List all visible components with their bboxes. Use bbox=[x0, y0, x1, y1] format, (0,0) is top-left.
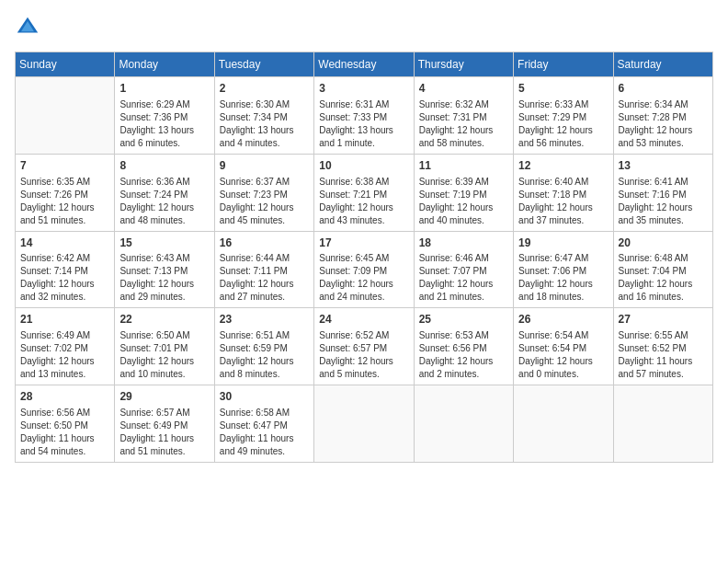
cell-content: Sunrise: 6:46 AM Sunset: 7:07 PM Dayligh… bbox=[419, 252, 508, 304]
day-number: 10 bbox=[319, 158, 408, 174]
calendar-cell bbox=[414, 385, 513, 463]
cell-content: Sunrise: 6:35 AM Sunset: 7:26 PM Dayligh… bbox=[20, 176, 109, 227]
cell-content: Sunrise: 6:53 AM Sunset: 6:56 PM Dayligh… bbox=[419, 329, 508, 381]
calendar-cell: 13Sunrise: 6:41 AM Sunset: 7:16 PM Dayli… bbox=[613, 154, 712, 231]
calendar-cell: 3Sunrise: 6:31 AM Sunset: 7:33 PM Daylig… bbox=[314, 77, 414, 155]
day-header-monday: Monday bbox=[115, 52, 214, 77]
day-number: 19 bbox=[518, 236, 608, 251]
day-number: 25 bbox=[419, 312, 508, 327]
day-number: 4 bbox=[419, 81, 508, 97]
cell-content: Sunrise: 6:42 AM Sunset: 7:14 PM Dayligh… bbox=[20, 252, 109, 304]
day-number: 22 bbox=[119, 312, 209, 327]
day-number: 2 bbox=[220, 81, 309, 97]
calendar-cell: 17Sunrise: 6:45 AM Sunset: 7:09 PM Dayli… bbox=[314, 231, 414, 308]
cell-content: Sunrise: 6:38 AM Sunset: 7:21 PM Dayligh… bbox=[319, 176, 408, 227]
day-number: 17 bbox=[319, 236, 408, 251]
cell-content: Sunrise: 6:31 AM Sunset: 7:33 PM Dayligh… bbox=[319, 98, 408, 150]
calendar-cell: 1Sunrise: 6:29 AM Sunset: 7:36 PM Daylig… bbox=[115, 77, 214, 155]
page-header bbox=[15, 15, 713, 40]
calendar-cell: 29Sunrise: 6:57 AM Sunset: 6:49 PM Dayli… bbox=[115, 385, 214, 463]
day-number: 18 bbox=[419, 236, 508, 251]
calendar-cell: 26Sunrise: 6:54 AM Sunset: 6:54 PM Dayli… bbox=[514, 308, 613, 385]
day-number: 5 bbox=[518, 81, 608, 97]
day-number: 3 bbox=[319, 81, 408, 97]
day-number: 16 bbox=[220, 236, 309, 251]
calendar-cell: 24Sunrise: 6:52 AM Sunset: 6:57 PM Dayli… bbox=[314, 308, 414, 385]
cell-content: Sunrise: 6:30 AM Sunset: 7:34 PM Dayligh… bbox=[220, 98, 309, 150]
day-number: 1 bbox=[119, 81, 209, 97]
calendar-cell: 12Sunrise: 6:40 AM Sunset: 7:18 PM Dayli… bbox=[514, 154, 613, 231]
calendar-cell: 6Sunrise: 6:34 AM Sunset: 7:28 PM Daylig… bbox=[613, 77, 712, 155]
cell-content: Sunrise: 6:41 AM Sunset: 7:16 PM Dayligh… bbox=[619, 176, 708, 227]
calendar-week-row: 7Sunrise: 6:35 AM Sunset: 7:26 PM Daylig… bbox=[16, 154, 713, 231]
cell-content: Sunrise: 6:33 AM Sunset: 7:29 PM Dayligh… bbox=[518, 98, 608, 150]
day-number: 27 bbox=[619, 312, 708, 327]
cell-content: Sunrise: 6:44 AM Sunset: 7:11 PM Dayligh… bbox=[220, 252, 309, 304]
calendar-week-row: 1Sunrise: 6:29 AM Sunset: 7:36 PM Daylig… bbox=[16, 77, 713, 155]
calendar-cell: 11Sunrise: 6:39 AM Sunset: 7:19 PM Dayli… bbox=[414, 154, 513, 231]
day-number: 21 bbox=[20, 312, 109, 327]
logo-icon bbox=[15, 15, 40, 40]
day-number: 11 bbox=[419, 158, 508, 174]
calendar-cell bbox=[314, 385, 414, 463]
day-number: 9 bbox=[220, 158, 309, 174]
day-number: 7 bbox=[20, 158, 109, 174]
cell-content: Sunrise: 6:39 AM Sunset: 7:19 PM Dayligh… bbox=[419, 176, 508, 227]
calendar-cell: 2Sunrise: 6:30 AM Sunset: 7:34 PM Daylig… bbox=[214, 77, 313, 155]
cell-content: Sunrise: 6:32 AM Sunset: 7:31 PM Dayligh… bbox=[419, 98, 508, 150]
day-header-thursday: Thursday bbox=[414, 52, 513, 77]
day-number: 12 bbox=[518, 158, 608, 174]
cell-content: Sunrise: 6:43 AM Sunset: 7:13 PM Dayligh… bbox=[119, 252, 209, 304]
calendar-cell: 28Sunrise: 6:56 AM Sunset: 6:50 PM Dayli… bbox=[16, 385, 115, 463]
cell-content: Sunrise: 6:56 AM Sunset: 6:50 PM Dayligh… bbox=[20, 407, 109, 458]
day-header-sunday: Sunday bbox=[16, 52, 115, 77]
calendar-week-row: 14Sunrise: 6:42 AM Sunset: 7:14 PM Dayli… bbox=[16, 231, 713, 308]
calendar-cell: 25Sunrise: 6:53 AM Sunset: 6:56 PM Dayli… bbox=[414, 308, 513, 385]
cell-content: Sunrise: 6:57 AM Sunset: 6:49 PM Dayligh… bbox=[119, 407, 209, 458]
cell-content: Sunrise: 6:50 AM Sunset: 7:01 PM Dayligh… bbox=[119, 329, 209, 381]
calendar-cell: 19Sunrise: 6:47 AM Sunset: 7:06 PM Dayli… bbox=[514, 231, 613, 308]
cell-content: Sunrise: 6:51 AM Sunset: 6:59 PM Dayligh… bbox=[220, 329, 309, 381]
calendar-cell bbox=[16, 77, 115, 155]
day-number: 8 bbox=[119, 158, 209, 174]
cell-content: Sunrise: 6:45 AM Sunset: 7:09 PM Dayligh… bbox=[319, 252, 408, 304]
day-number: 28 bbox=[20, 389, 109, 405]
calendar-cell: 14Sunrise: 6:42 AM Sunset: 7:14 PM Dayli… bbox=[16, 231, 115, 308]
cell-content: Sunrise: 6:48 AM Sunset: 7:04 PM Dayligh… bbox=[619, 252, 708, 304]
calendar-cell: 16Sunrise: 6:44 AM Sunset: 7:11 PM Dayli… bbox=[214, 231, 313, 308]
cell-content: Sunrise: 6:58 AM Sunset: 6:47 PM Dayligh… bbox=[220, 407, 309, 458]
calendar-cell: 10Sunrise: 6:38 AM Sunset: 7:21 PM Dayli… bbox=[314, 154, 414, 231]
cell-content: Sunrise: 6:52 AM Sunset: 6:57 PM Dayligh… bbox=[319, 329, 408, 381]
calendar-week-row: 21Sunrise: 6:49 AM Sunset: 7:02 PM Dayli… bbox=[16, 308, 713, 385]
cell-content: Sunrise: 6:49 AM Sunset: 7:02 PM Dayligh… bbox=[20, 329, 109, 381]
day-number: 24 bbox=[319, 312, 408, 327]
calendar-cell: 5Sunrise: 6:33 AM Sunset: 7:29 PM Daylig… bbox=[514, 77, 613, 155]
calendar-cell: 4Sunrise: 6:32 AM Sunset: 7:31 PM Daylig… bbox=[414, 77, 513, 155]
day-header-wednesday: Wednesday bbox=[314, 52, 414, 77]
calendar-cell: 23Sunrise: 6:51 AM Sunset: 6:59 PM Dayli… bbox=[214, 308, 313, 385]
cell-content: Sunrise: 6:36 AM Sunset: 7:24 PM Dayligh… bbox=[119, 176, 209, 227]
day-header-friday: Friday bbox=[514, 52, 613, 77]
calendar-cell bbox=[514, 385, 613, 463]
cell-content: Sunrise: 6:34 AM Sunset: 7:28 PM Dayligh… bbox=[619, 98, 708, 150]
day-number: 14 bbox=[20, 236, 109, 251]
day-header-saturday: Saturday bbox=[613, 52, 712, 77]
day-number: 6 bbox=[619, 81, 708, 97]
day-number: 30 bbox=[220, 389, 309, 405]
calendar-week-row: 28Sunrise: 6:56 AM Sunset: 6:50 PM Dayli… bbox=[16, 385, 713, 463]
cell-content: Sunrise: 6:47 AM Sunset: 7:06 PM Dayligh… bbox=[518, 252, 608, 304]
calendar-header-row: SundayMondayTuesdayWednesdayThursdayFrid… bbox=[16, 52, 713, 77]
day-number: 26 bbox=[518, 312, 608, 327]
day-number: 13 bbox=[619, 158, 708, 174]
cell-content: Sunrise: 6:54 AM Sunset: 6:54 PM Dayligh… bbox=[518, 329, 608, 381]
day-number: 29 bbox=[119, 389, 209, 405]
cell-content: Sunrise: 6:40 AM Sunset: 7:18 PM Dayligh… bbox=[518, 176, 608, 227]
calendar-cell: 8Sunrise: 6:36 AM Sunset: 7:24 PM Daylig… bbox=[115, 154, 214, 231]
calendar-cell: 30Sunrise: 6:58 AM Sunset: 6:47 PM Dayli… bbox=[214, 385, 313, 463]
calendar-table: SundayMondayTuesdayWednesdayThursdayFrid… bbox=[15, 52, 713, 463]
calendar-cell: 9Sunrise: 6:37 AM Sunset: 7:23 PM Daylig… bbox=[214, 154, 313, 231]
logo bbox=[15, 15, 44, 40]
calendar-cell: 20Sunrise: 6:48 AM Sunset: 7:04 PM Dayli… bbox=[613, 231, 712, 308]
day-header-tuesday: Tuesday bbox=[214, 52, 313, 77]
day-number: 15 bbox=[119, 236, 209, 251]
